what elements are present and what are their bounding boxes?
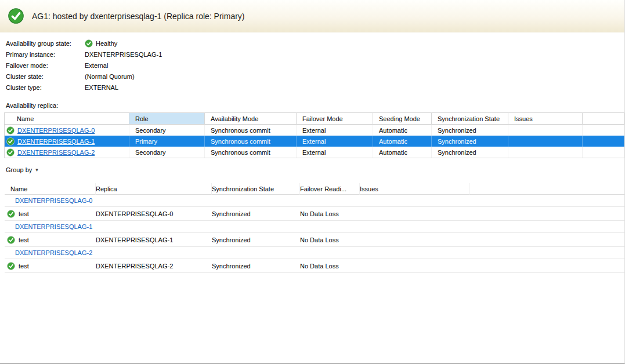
synchronization-state-cell: Synchronized: [432, 147, 508, 158]
summary-value: External: [85, 62, 108, 69]
role-cell: Secondary: [129, 147, 205, 158]
group-header[interactable]: DXENTERPRISESQLAG-0: [5, 195, 624, 207]
column-header-synchronization-state[interactable]: Synchronization State: [212, 183, 300, 195]
availability-mode-cell: Synchronous commit: [205, 136, 297, 147]
summary-row: Primary instance: DXENTERPRISESQLAG-1: [6, 49, 624, 60]
healthy-status-icon: [8, 8, 24, 24]
column-header-name[interactable]: Name: [5, 183, 96, 195]
column-header-name[interactable]: Name: [5, 113, 129, 125]
summary-row: Cluster type: EXTERNAL: [6, 82, 624, 93]
group-header[interactable]: DXENTERPRISESQLAG-1: [5, 221, 624, 233]
table-row[interactable]: test DXENTERPRISESQLAG-2 Synchronized No…: [5, 259, 624, 273]
column-header-failover-readiness[interactable]: Failover Readi...: [300, 183, 360, 195]
summary-row: Cluster state: (Normal Quorum): [6, 71, 624, 82]
healthy-check-icon: [85, 39, 93, 48]
summary-panel: Availability group state: Healthy Primar…: [0, 32, 624, 93]
summary-label: Cluster type:: [6, 84, 85, 91]
failover-mode-cell: External: [297, 125, 373, 136]
database-table: Name Replica Synchronization State Failo…: [5, 183, 624, 273]
filler-cell: [470, 259, 624, 273]
group-by-dropdown[interactable]: Group by ▾: [6, 166, 38, 173]
healthy-check-icon: [7, 262, 15, 270]
availability-mode-cell: Synchronous commit: [205, 147, 297, 158]
synchronization-state-cell: Synchronized: [212, 259, 300, 273]
column-header-issues[interactable]: Issues: [508, 113, 583, 125]
synchronization-state-cell: Synchronized: [432, 136, 508, 147]
column-header-role[interactable]: Role: [129, 113, 205, 125]
synchronization-state-cell: Synchronized: [432, 125, 508, 136]
database-name: test: [19, 236, 29, 243]
seeding-mode-cell: Automatic: [373, 136, 432, 147]
filler-cell: [583, 147, 624, 158]
filler-cell: [470, 207, 624, 221]
summary-value: Healthy: [96, 40, 117, 47]
healthy-check-icon: [7, 210, 15, 218]
issues-cell: [360, 259, 470, 273]
group-by-label: Group by: [6, 166, 32, 173]
synchronization-state-cell: Synchronized: [212, 233, 300, 247]
replica-cell: DXENTERPRISESQLAG-1: [96, 233, 212, 247]
healthy-check-icon: [6, 148, 15, 156]
database-table-header: Name Replica Synchronization State Failo…: [5, 183, 624, 195]
group-header[interactable]: DXENTERPRISESQLAG-2: [5, 247, 624, 259]
replica-name-link[interactable]: DXENTERPRISESQLAG-0: [17, 127, 95, 134]
role-cell: Secondary: [129, 125, 205, 136]
filler-cell: [470, 233, 624, 247]
summary-value: DXENTERPRISESQLAG-1: [85, 51, 162, 58]
failover-mode-cell: External: [297, 147, 373, 158]
table-row[interactable]: test DXENTERPRISESQLAG-0 Synchronized No…: [5, 207, 624, 221]
issues-cell: [360, 207, 470, 221]
summary-label: Failover mode:: [6, 62, 85, 69]
column-header-issues[interactable]: Issues: [360, 183, 470, 195]
filler-cell: [583, 136, 624, 147]
availability-group-dashboard: AG1: hosted by dxenterprisesqlag-1 (Repl…: [0, 0, 625, 364]
availability-mode-cell: Synchronous commit: [205, 125, 297, 136]
failover-mode-cell: External: [297, 136, 373, 147]
column-header-seeding-mode[interactable]: Seeding Mode: [373, 113, 432, 125]
summary-label: Primary instance:: [6, 51, 85, 58]
failover-readiness-cell: No Data Loss: [300, 207, 360, 221]
seeding-mode-cell: Automatic: [373, 125, 432, 136]
healthy-check-icon: [7, 236, 15, 244]
issues-cell: [508, 147, 583, 158]
summary-row: Availability group state: Healthy: [6, 38, 624, 49]
replica-name-link[interactable]: DXENTERPRISESQLAG-2: [17, 149, 95, 156]
summary-label: Cluster state:: [6, 73, 85, 80]
replica-table: Name Role Availability Mode Failover Mod…: [4, 112, 624, 158]
column-header-filler: [470, 183, 624, 195]
table-row[interactable]: DXENTERPRISESQLAG-2 Secondary Synchronou…: [5, 147, 624, 158]
database-name: test: [19, 263, 29, 270]
filler-cell: [583, 125, 624, 136]
replica-cell: DXENTERPRISESQLAG-2: [96, 259, 212, 273]
failover-readiness-cell: No Data Loss: [300, 233, 360, 247]
issues-cell: [360, 233, 470, 247]
summary-value: EXTERNAL: [85, 84, 118, 91]
dashboard-header: AG1: hosted by dxenterprisesqlag-1 (Repl…: [0, 0, 624, 32]
summary-label: Availability group state:: [6, 40, 85, 47]
table-row-selected[interactable]: DXENTERPRISESQLAG-1 Primary Synchronous …: [5, 136, 624, 147]
column-header-filler: [583, 113, 624, 125]
column-header-replica[interactable]: Replica: [96, 183, 212, 195]
summary-row: Failover mode: External: [6, 60, 624, 71]
table-row[interactable]: test DXENTERPRISESQLAG-1 Synchronized No…: [5, 233, 624, 247]
table-row[interactable]: DXENTERPRISESQLAG-0 Secondary Synchronou…: [5, 125, 624, 136]
column-header-failover-mode[interactable]: Failover Mode: [297, 113, 373, 125]
replica-table-header: Name Role Availability Mode Failover Mod…: [5, 113, 624, 125]
synchronization-state-cell: Synchronized: [212, 207, 300, 221]
replica-cell: DXENTERPRISESQLAG-0: [96, 207, 212, 221]
page-title: AG1: hosted by dxenterprisesqlag-1 (Repl…: [32, 12, 245, 21]
healthy-check-icon: [6, 137, 15, 145]
summary-value: (Normal Quorum): [85, 73, 135, 80]
failover-readiness-cell: No Data Loss: [300, 259, 360, 273]
column-header-synchronization-state[interactable]: Synchronization State: [432, 113, 508, 125]
column-header-availability-mode[interactable]: Availability Mode: [205, 113, 297, 125]
issues-cell: [508, 125, 583, 136]
database-name: test: [19, 210, 29, 217]
replica-name-link[interactable]: DXENTERPRISESQLAG-1: [17, 138, 95, 145]
chevron-down-icon: ▾: [35, 168, 38, 173]
healthy-check-icon: [6, 126, 15, 134]
issues-cell: [508, 136, 583, 147]
availability-replica-label: Availability replica:: [6, 102, 624, 109]
role-cell: Primary: [129, 136, 205, 147]
seeding-mode-cell: Automatic: [373, 147, 432, 158]
